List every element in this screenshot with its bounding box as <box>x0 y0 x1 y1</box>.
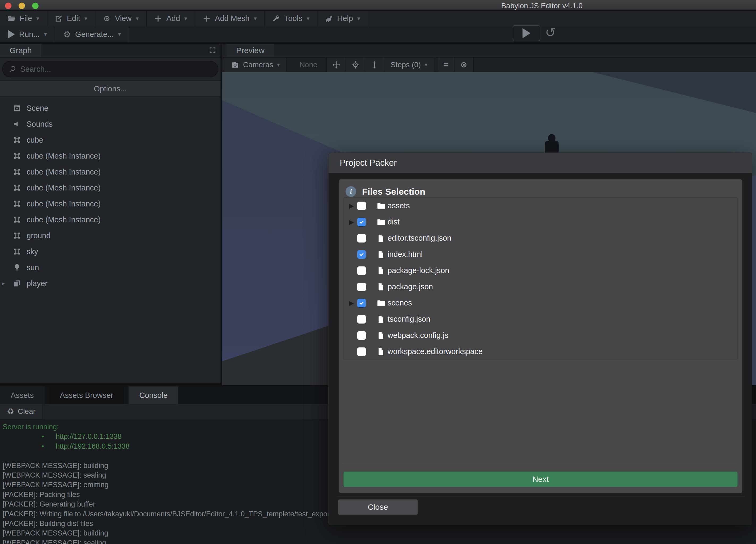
file-row-tsconfig[interactable]: ▶ tsconfig.json <box>344 311 737 327</box>
file-row-dist[interactable]: ▶ dist <box>344 214 737 230</box>
tree-node-ground[interactable]: ground <box>0 228 220 244</box>
file-icon <box>377 266 385 275</box>
file-icon <box>377 283 385 291</box>
tree-node-cube-instance[interactable]: cube (Mesh Instance) <box>0 212 220 228</box>
file-row-editor-tsconfig[interactable]: ▶ editor.tsconfig.json <box>344 230 737 246</box>
tab-graph[interactable]: Graph <box>0 44 41 57</box>
search-icon <box>9 65 16 73</box>
options-button[interactable]: Options... <box>0 80 220 97</box>
minimize-window-button[interactable] <box>19 3 25 9</box>
files-selection-panel: i Files Selection ▶ assets ▶ dist ▶ edit… <box>339 179 742 493</box>
cameras-dropdown[interactable]: Cameras ▾ <box>224 58 287 72</box>
file-checkbox[interactable] <box>357 266 366 275</box>
graph-panel-header: Graph <box>0 44 220 58</box>
search-box[interactable] <box>2 61 218 77</box>
tree-node-cube[interactable]: cube <box>0 132 220 148</box>
mesh-icon <box>13 136 21 144</box>
close-button[interactable]: Close <box>338 499 418 515</box>
graph-search-row <box>0 58 220 80</box>
play-scene-button[interactable] <box>513 25 540 41</box>
chevron-right-icon[interactable]: ▶ <box>349 299 354 307</box>
file-row-scenes[interactable]: ▶ scenes <box>344 295 737 311</box>
mesh-icon <box>13 232 21 240</box>
scale-gizmo-button[interactable] <box>365 58 384 72</box>
scene-icon <box>13 104 21 112</box>
console-line: [WEBPACK MESSAGE]: building <box>3 528 756 538</box>
file-row-workspace[interactable]: ▶ workspace.editorworkspace <box>344 343 737 360</box>
speaker-icon <box>13 120 21 128</box>
tab-assets-browser[interactable]: Assets Browser <box>49 386 124 404</box>
folder-icon <box>377 201 386 210</box>
menu-edit[interactable]: Edit ▾ <box>47 11 95 26</box>
tree-node-cube-instance[interactable]: cube (Mesh Instance) <box>0 196 220 212</box>
gizmo-none-button[interactable]: None <box>291 58 327 72</box>
file-checkbox[interactable] <box>357 347 366 356</box>
steps-dropdown[interactable]: Steps (0) ▾ <box>384 58 435 72</box>
file-checkbox[interactable] <box>357 218 366 226</box>
tree-node-sun[interactable]: sun <box>0 260 220 275</box>
file-row-package-json[interactable]: ▶ package.json <box>344 279 737 295</box>
tree-node-scene[interactable]: Scene <box>0 100 220 116</box>
tree-node-sounds[interactable]: Sounds <box>0 116 220 132</box>
plus-icon <box>203 15 211 23</box>
file-checkbox[interactable] <box>357 250 366 259</box>
tree-node-cube-instance[interactable]: cube (Mesh Instance) <box>0 148 220 164</box>
file-icon <box>377 250 385 259</box>
tab-assets[interactable]: Assets <box>0 386 44 404</box>
menu-label: Tools <box>284 14 302 23</box>
menu-tools[interactable]: Tools ▾ <box>265 11 317 26</box>
file-checkbox[interactable] <box>357 234 366 243</box>
file-row-package-lock[interactable]: ▶ package-lock.json <box>344 262 737 279</box>
chevron-down-icon: ▾ <box>184 16 187 22</box>
dialog-title: Project Packer <box>340 158 397 168</box>
menu-add-mesh[interactable]: Add Mesh ▾ <box>195 11 265 26</box>
file-checkbox[interactable] <box>357 283 366 291</box>
generate-button[interactable]: ⚙ Generate... ▾ <box>55 26 129 42</box>
dialog-header: Project Packer <box>329 153 752 173</box>
folder-icon <box>377 299 386 308</box>
next-button[interactable]: Next <box>343 471 738 487</box>
clear-console-button[interactable]: ♻ Clear <box>0 404 43 419</box>
menu-add[interactable]: Add ▾ <box>147 11 195 26</box>
file-row-assets[interactable]: ▶ assets <box>344 198 737 214</box>
tree-node-cube-instance[interactable]: cube (Mesh Instance) <box>0 164 220 180</box>
chevron-right-icon[interactable]: ▸ <box>2 280 5 287</box>
wireframe-button[interactable]: = <box>438 58 455 72</box>
run-button[interactable]: Run... ▾ <box>0 26 55 42</box>
search-input[interactable] <box>20 65 212 74</box>
toolbar-separator <box>287 58 291 72</box>
menu-view[interactable]: View ▾ <box>95 11 147 26</box>
menubar: File ▾ Edit ▾ View ▾ Add ▾ Add Mesh ▾ To… <box>0 11 756 26</box>
file-icon <box>377 347 385 356</box>
menu-help[interactable]: Help ▾ <box>317 11 368 26</box>
visibility-button[interactable] <box>455 58 474 72</box>
move-icon <box>332 61 340 69</box>
chevron-down-icon: ▾ <box>307 16 309 22</box>
tree-node-sky[interactable]: sky <box>0 244 220 260</box>
divider <box>337 496 745 496</box>
menu-file[interactable]: File ▾ <box>0 11 47 26</box>
file-checkbox[interactable] <box>357 299 366 307</box>
scene-graph-tree: Scene Sounds cube cube (Mesh Instance) c… <box>0 97 220 291</box>
file-checkbox[interactable] <box>357 202 366 210</box>
file-checkbox[interactable] <box>357 331 366 340</box>
file-checkbox[interactable] <box>357 315 366 324</box>
close-window-button[interactable] <box>5 3 11 9</box>
rotate-gizmo-button[interactable] <box>346 58 365 72</box>
file-row-index-html[interactable]: ▶ index.html <box>344 246 737 262</box>
tree-node-cube-instance[interactable]: cube (Mesh Instance) <box>0 180 220 196</box>
chevron-right-icon[interactable]: ▶ <box>349 202 354 210</box>
chevron-right-icon[interactable]: ▶ <box>349 218 354 226</box>
maximize-window-button[interactable] <box>32 3 39 9</box>
wrench-icon <box>272 15 280 23</box>
run-label: Run... <box>19 30 40 39</box>
refresh-button[interactable]: ↺ <box>545 25 556 40</box>
tree-node-player[interactable]: ▸ player <box>0 275 220 291</box>
move-gizmo-button[interactable] <box>327 58 346 72</box>
file-row-webpack-config[interactable]: ▶ webpack.config.js <box>344 327 737 343</box>
menu-label: Help <box>337 14 353 23</box>
tab-preview[interactable]: Preview <box>227 44 274 57</box>
menu-label: View <box>115 14 131 23</box>
tab-console[interactable]: Console <box>129 386 178 404</box>
expand-icon[interactable] <box>209 46 216 54</box>
